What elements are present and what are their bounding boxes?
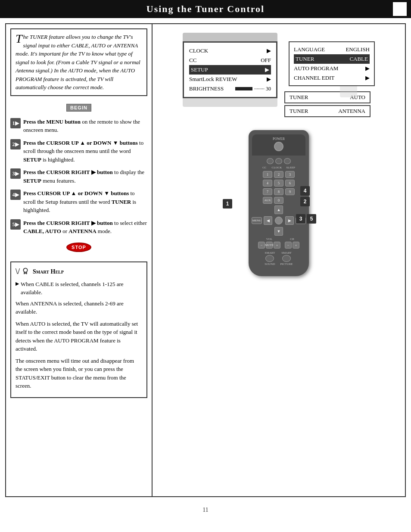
smart-help-text-1: When CABLE is selected, channels 1-125 a… (21, 280, 142, 297)
smart-sound-button[interactable] (265, 255, 274, 262)
ch-controls: CH − + (285, 237, 299, 249)
begin-center: BEGIN (10, 101, 147, 114)
callout-3: 3 (296, 214, 305, 224)
step-4: 4▶ Press CURSOR UP ▲ or DOWN ▼ buttons t… (10, 189, 147, 215)
smart-help-heading: Smart Help (33, 267, 64, 276)
numpad-row-3: 7 8 9 (252, 188, 305, 195)
btn-8[interactable]: 8 (274, 188, 283, 195)
menu-label-cc: CC (189, 57, 196, 64)
submenu-value-language: ENGLISH (346, 46, 370, 53)
vol-label: VOL (266, 237, 272, 241)
step-5: 5▶ Press the CURSOR RIGHT ▶ button to se… (10, 219, 147, 236)
numpad-row-4: AUX 0 (252, 197, 305, 204)
btn-6[interactable]: 6 (285, 180, 295, 187)
menu-value-cc: OFF (261, 57, 271, 64)
cc-button[interactable] (267, 158, 274, 164)
page-header: Using the Tuner Control (0, 0, 411, 18)
submenu-value-channeledit: ▶ (365, 75, 370, 81)
remote-control: POWER CCCLOCKSLEEP 1 2 3 (249, 130, 309, 276)
vol-ch-row: VOL − MUTE + CH − + (252, 237, 305, 249)
menu-label-smartlock: SmartLock REVIEW (189, 76, 237, 83)
submenu-label-autoprogram: AUTO PROGRAM (294, 65, 338, 72)
btn-1[interactable]: 1 (263, 171, 272, 178)
menu-row-smartlock: SmartLock REVIEW ▶ (189, 75, 271, 84)
cursor-down-button[interactable]: ▼ (274, 227, 283, 236)
step-1-text: Press the MENU button on the remote to s… (23, 118, 147, 134)
menu-row-setup: SETUP ▶ (189, 65, 271, 75)
smart-row: SMART SOUND SMART PICTURE (252, 251, 305, 266)
step-2-text: Press the CURSOR UP ▲ or DOWN ▼ buttons … (23, 139, 147, 164)
menu-value-clock: ▶ (267, 47, 271, 54)
brightness-bar: ········ 30 (235, 86, 271, 92)
tuner-option-antenna: TUNER ANTENNA (284, 105, 371, 117)
btn-5[interactable]: 5 (274, 180, 283, 187)
btn-7[interactable]: 7 (263, 188, 272, 195)
menu-value-setup: ▶ (265, 66, 269, 73)
btn-4[interactable]: 4 (263, 180, 272, 187)
smart-help-box: \/ Smart Help ▶ When CABLE is selected, … (10, 261, 147, 398)
callout-4: 4 (300, 186, 310, 196)
step-4-text: Press CURSOR UP ▲ or DOWN ▼ buttons to s… (23, 189, 147, 215)
ch-label: CH (290, 237, 294, 241)
cursor-left-button[interactable]: ◀ (264, 216, 272, 225)
btn-3[interactable]: 3 (285, 171, 295, 178)
intro-box: T he TUNER feature allows you to change … (10, 28, 147, 96)
btn-0[interactable]: 0 (274, 197, 283, 204)
step-3: 3▶ Press the CURSOR RIGHT ▶ button to di… (10, 168, 147, 185)
vol-down-button[interactable]: − (258, 242, 265, 249)
mute-button[interactable]: MUTE (266, 242, 273, 249)
vol-buttons: − MUTE + (258, 242, 280, 249)
callout-1: 1 (223, 199, 232, 208)
cursor-center-button[interactable] (275, 217, 283, 224)
intro-text: he TUNER feature allows you to change th… (16, 34, 140, 90)
slash-decoration: \/ (16, 266, 20, 277)
sound-label: SOUND (265, 262, 275, 266)
submenu-row-channeledit: CHANNEL EDIT ▶ (294, 73, 370, 83)
menu-label-brightness: BRIGHTNESS (189, 85, 224, 92)
clock-button[interactable] (275, 158, 282, 164)
power-button[interactable] (274, 142, 283, 151)
cursor-right-button[interactable]: ▶ (285, 216, 294, 225)
power-label: POWER (273, 137, 285, 141)
remote-top: POWER (252, 134, 305, 156)
step-1-num: 1▶ (10, 118, 21, 128)
vol-up-button[interactable]: + (274, 242, 280, 249)
ch-down-button[interactable]: − (285, 242, 292, 249)
smart-help-para-3: When AUTO is selected, the TV will autom… (16, 320, 142, 353)
callout-2: 2 (300, 197, 310, 206)
step-4-num: 4▶ (10, 190, 21, 200)
submenu-row-tuner: TUNER CABLE (294, 54, 370, 64)
tuner-options: TUNER AUTO TUNER ANTENNA (284, 91, 371, 117)
begin-badge: BEGIN (66, 104, 91, 112)
tuner-option-auto-label: TUNER (290, 94, 308, 101)
smart-label-2: SMART (281, 251, 292, 255)
note-icon-1: ▶ (16, 280, 19, 287)
cursor-up-button[interactable]: ▲ (274, 205, 283, 214)
submenu-label-channeledit: CHANNEL EDIT (294, 75, 334, 81)
smart-picture-button[interactable] (282, 255, 291, 262)
submenu-row-autoprogram: AUTO PROGRAM ▶ (294, 64, 370, 73)
btn-aux[interactable]: AUX (263, 197, 272, 204)
tuner-option-auto: TUNER AUTO (284, 91, 371, 103)
bulb-icon (21, 267, 30, 276)
tv-main-menu: CLOCK ▶ CC OFF SETUP ▶ SmartLock REVIEW … (183, 41, 277, 98)
ch-up-button[interactable]: + (293, 242, 299, 249)
submenu-label-language: LANGUAGE (294, 46, 325, 53)
sleep-button[interactable] (284, 158, 291, 164)
step-5-num: 5▶ (10, 219, 21, 230)
main-content: T he TUNER feature allows you to change … (5, 23, 406, 497)
menu-button[interactable]: MENU (252, 217, 262, 224)
btn-9[interactable]: 9 (285, 188, 295, 195)
smart-help-note-1: ▶ When CABLE is selected, channels 1-125… (16, 280, 142, 297)
ch-buttons: − + (285, 242, 299, 249)
step-1: 1▶ Press the MENU button on the remote t… (10, 118, 147, 134)
remote-row-top-buttons (252, 158, 305, 164)
menu-row-cc: CC OFF (189, 56, 271, 65)
step-2: 2▶ Press the CURSOR UP ▲ or DOWN ▼ butto… (10, 139, 147, 164)
btn-2[interactable]: 2 (274, 171, 283, 178)
header-box (393, 2, 407, 16)
right-panel: CLOCK ▶ CC OFF SETUP ▶ SmartLock REVIEW … (153, 24, 405, 496)
submenu-value-tuner: CABLE (349, 56, 368, 62)
page-number: 11 (0, 502, 411, 518)
left-panel: T he TUNER feature allows you to change … (6, 24, 153, 496)
